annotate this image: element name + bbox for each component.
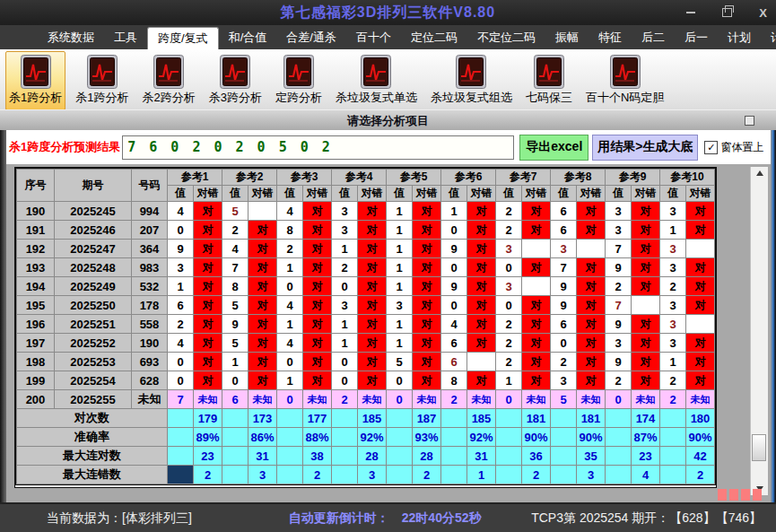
ref-value-cell[interactable]: 3: [660, 258, 686, 277]
row-number-cell[interactable]: 178: [132, 296, 168, 315]
summary-spacer-cell[interactable]: [660, 409, 686, 428]
row-issue-cell[interactable]: 2025247: [55, 240, 132, 258]
ref-status-cell[interactable]: 对: [358, 334, 387, 353]
ref-value-cell[interactable]: 8: [441, 371, 467, 390]
ref-value-cell[interactable]: 3: [551, 371, 577, 390]
ref-status-cell[interactable]: 对: [686, 258, 715, 277]
ref-value-cell[interactable]: 9: [441, 240, 467, 258]
summary-value-cell[interactable]: 35: [577, 447, 606, 466]
ref-status-cell[interactable]: 对: [686, 221, 715, 240]
ref-value-cell[interactable]: 0: [441, 258, 467, 277]
ref-status-cell[interactable]: 对: [632, 315, 660, 334]
ref-value-cell[interactable]: 1: [660, 221, 686, 240]
ref-value-cell[interactable]: 4: [277, 296, 303, 315]
tool-button-3[interactable]: 杀2跨分析: [138, 51, 198, 110]
ref-status-cell[interactable]: 对: [248, 258, 277, 277]
ref-status-cell[interactable]: 对: [358, 221, 387, 240]
ref-status-cell[interactable]: 对: [522, 334, 551, 353]
ref-status-cell[interactable]: 对: [358, 315, 387, 334]
ref-status-cell[interactable]: 对: [522, 315, 551, 334]
ref-value-cell[interactable]: 1: [387, 277, 413, 296]
ref-value-cell[interactable]: 1: [332, 315, 358, 334]
ref-status-cell[interactable]: 对: [303, 334, 332, 353]
ref-value-cell[interactable]: 2: [606, 277, 632, 296]
ref-value-cell[interactable]: 7: [551, 258, 577, 277]
ref-status-cell[interactable]: 未知: [413, 390, 441, 409]
ref-status-cell[interactable]: 对: [632, 258, 660, 277]
ref-status-cell[interactable]: 对: [413, 353, 441, 371]
summary-spacer-cell[interactable]: [441, 447, 467, 466]
summary-value-cell[interactable]: 93%: [413, 428, 441, 447]
ref-value-cell[interactable]: 0: [168, 353, 194, 371]
ref-status-cell[interactable]: 对: [413, 258, 441, 277]
ref-status-cell[interactable]: 对: [632, 240, 660, 258]
ref-value-cell[interactable]: 4: [277, 202, 303, 221]
row-issue-cell[interactable]: 2025250: [55, 296, 132, 315]
ref-value-cell[interactable]: 9: [606, 353, 632, 371]
ref-status-cell[interactable]: 对: [632, 221, 660, 240]
tool-button-1[interactable]: 杀1跨分析: [5, 51, 65, 110]
ref-value-cell[interactable]: 2: [441, 390, 467, 409]
always-on-top-checkbox[interactable]: ✓: [704, 141, 718, 154]
summary-spacer-cell[interactable]: [551, 409, 577, 428]
ref-value-cell[interactable]: 9: [441, 277, 467, 296]
summary-value-cell[interactable]: 2: [522, 466, 551, 484]
row-seq-cell[interactable]: 191: [17, 221, 55, 240]
ref-status-cell[interactable]: 对: [194, 353, 222, 371]
summary-spacer-cell[interactable]: [222, 428, 248, 447]
ref-status-cell[interactable]: 未知: [248, 390, 277, 409]
ref-status-cell[interactable]: 未知: [632, 390, 660, 409]
ref-status-cell[interactable]: 对: [686, 371, 715, 390]
ref-value-cell[interactable]: 0: [496, 258, 522, 277]
ref-status-cell[interactable]: 对: [358, 277, 387, 296]
summary-spacer-cell[interactable]: [168, 409, 194, 428]
ref-status-cell[interactable]: 对: [248, 296, 277, 315]
row-seq-cell[interactable]: 195: [17, 296, 55, 315]
ref-status-cell[interactable]: 对: [194, 240, 222, 258]
ref-value-cell[interactable]: 2: [496, 202, 522, 221]
prediction-result-input[interactable]: [122, 135, 514, 160]
summary-value-cell[interactable]: 90%: [686, 428, 715, 447]
ref-status-cell[interactable]: 对: [358, 371, 387, 390]
ref-status-cell[interactable]: 对: [194, 334, 222, 353]
summary-value-cell[interactable]: 28: [413, 447, 441, 466]
tool-button-8[interactable]: 七码保三: [522, 51, 576, 110]
menu-item-12[interactable]: 后一: [675, 25, 718, 49]
ref-value-cell[interactable]: 3: [660, 240, 686, 258]
ref-status-cell[interactable]: 对: [632, 334, 660, 353]
ref-value-cell[interactable]: 0: [387, 371, 413, 390]
ref-status-cell[interactable]: 对: [194, 277, 222, 296]
ref-status-cell[interactable]: 未知: [686, 390, 715, 409]
summary-value-cell[interactable]: 3: [577, 466, 606, 484]
ref-value-cell[interactable]: 0: [551, 334, 577, 353]
row-seq-cell[interactable]: 199: [17, 371, 55, 390]
vertical-scrollbar[interactable]: [750, 167, 768, 495]
maximize-restore-icon[interactable]: [722, 8, 732, 17]
ref-status-cell[interactable]: [686, 315, 715, 334]
ref-status-cell[interactable]: 对: [577, 202, 606, 221]
summary-spacer-cell[interactable]: [277, 466, 303, 484]
ref-value-cell[interactable]: 6: [441, 353, 467, 371]
panel-expand-icon[interactable]: [745, 116, 754, 126]
summary-value-cell[interactable]: 3: [358, 466, 387, 484]
ref-value-cell[interactable]: 2: [551, 353, 577, 371]
summary-spacer-cell[interactable]: [441, 409, 467, 428]
ref-status-cell[interactable]: 对: [303, 315, 332, 334]
summary-value-cell[interactable]: 89%: [194, 428, 222, 447]
ref-status-cell[interactable]: 对: [467, 296, 496, 315]
ref-status-cell[interactable]: 对: [467, 202, 496, 221]
menu-item-6[interactable]: 百十个: [346, 25, 401, 49]
summary-spacer-cell[interactable]: [551, 428, 577, 447]
ref-status-cell[interactable]: 对: [467, 240, 496, 258]
ref-status-cell[interactable]: [522, 240, 551, 258]
ref-value-cell[interactable]: 9: [551, 296, 577, 315]
summary-spacer-cell[interactable]: [168, 466, 194, 484]
row-issue-cell[interactable]: 2025249: [55, 277, 132, 296]
ref-status-cell[interactable]: 对: [632, 277, 660, 296]
menu-item-1[interactable]: 系统数据: [38, 25, 104, 49]
ref-value-cell[interactable]: 3: [606, 202, 632, 221]
ref-value-cell[interactable]: 0: [168, 371, 194, 390]
summary-spacer-cell[interactable]: [606, 466, 632, 484]
summary-spacer-cell[interactable]: [496, 428, 522, 447]
row-number-cell[interactable]: 983: [132, 258, 168, 277]
